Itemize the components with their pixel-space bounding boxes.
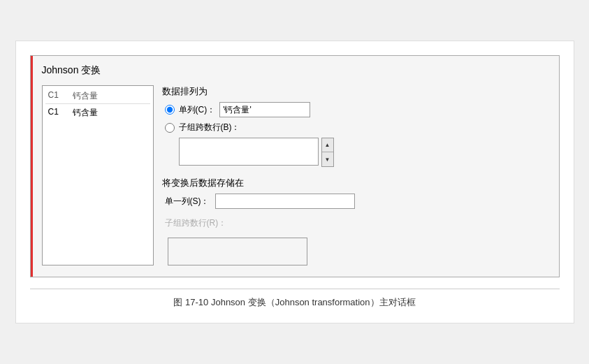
storage-section: 将变换后数据存储在 单一列(S)： 子组跨数行(R)： — [162, 177, 548, 265]
column-header: C1 钙含量 — [45, 89, 150, 104]
list-item[interactable]: C1 钙含量 — [45, 105, 150, 120]
single-col-row: 单列(C)： — [165, 102, 548, 117]
dialog-container: Johnson 变换 C1 钙含量 C1 钙含量 数据排列为 — [30, 55, 560, 277]
column-list-panel[interactable]: C1 钙含量 C1 钙含量 — [42, 85, 154, 265]
col-num-header: C1 — [48, 90, 59, 102]
storage-subgroup-textarea — [168, 238, 307, 265]
storage-content: 单一列(S)： 子组跨数行(R)： — [162, 194, 548, 265]
caption-text: 图 17-10 Johnson 变换（Johnson transformatio… — [173, 297, 415, 307]
single-col-label: 单列(C)： — [179, 104, 216, 116]
spin-up-button[interactable]: ▲ — [322, 138, 333, 152]
subgroup-textarea[interactable] — [179, 138, 319, 166]
right-panel: 数据排列为 单列(C)： 子组跨数行(B)： — [162, 85, 548, 265]
red-bar — [31, 56, 33, 277]
caption-area: 图 17-10 Johnson 变换（Johnson transformatio… — [30, 289, 560, 309]
storage-subgroup-area — [168, 238, 548, 265]
storage-subgroup-row: 子组跨数行(R)： — [165, 217, 548, 229]
spin-down-button[interactable]: ▼ — [322, 152, 333, 166]
dialog-body: C1 钙含量 C1 钙含量 数据排列为 单列(C) — [42, 85, 548, 265]
spin-buttons: ▲ ▼ — [321, 138, 334, 167]
subgroup-area: ▲ ▼ — [179, 138, 548, 167]
dialog-title: Johnson 变换 — [42, 64, 548, 77]
storage-single-col-label: 单一列(S)： — [165, 196, 210, 208]
col-num: C1 — [48, 107, 59, 119]
single-col-radio[interactable] — [165, 105, 175, 115]
storage-title: 将变换后数据存储在 — [162, 177, 548, 189]
data-arrangement-title: 数据排列为 — [162, 85, 548, 98]
storage-single-col-input[interactable] — [215, 194, 355, 209]
col-name: 钙含量 — [73, 107, 98, 119]
storage-single-col-row: 单一列(S)： — [165, 194, 548, 209]
col-name-header: 钙含量 — [73, 90, 98, 102]
subgroup-label: 子组跨数行(B)： — [179, 122, 240, 133]
data-arrangement-content: 单列(C)： 子组跨数行(B)： ▲ — [162, 102, 548, 167]
subgroup-radio[interactable] — [165, 123, 175, 133]
subgroup-row: 子组跨数行(B)： — [165, 122, 548, 133]
data-arrangement-section: 数据排列为 单列(C)： 子组跨数行(B)： — [162, 85, 548, 167]
storage-subgroup-label: 子组跨数行(R)： — [165, 217, 227, 229]
single-col-input[interactable] — [219, 102, 310, 117]
